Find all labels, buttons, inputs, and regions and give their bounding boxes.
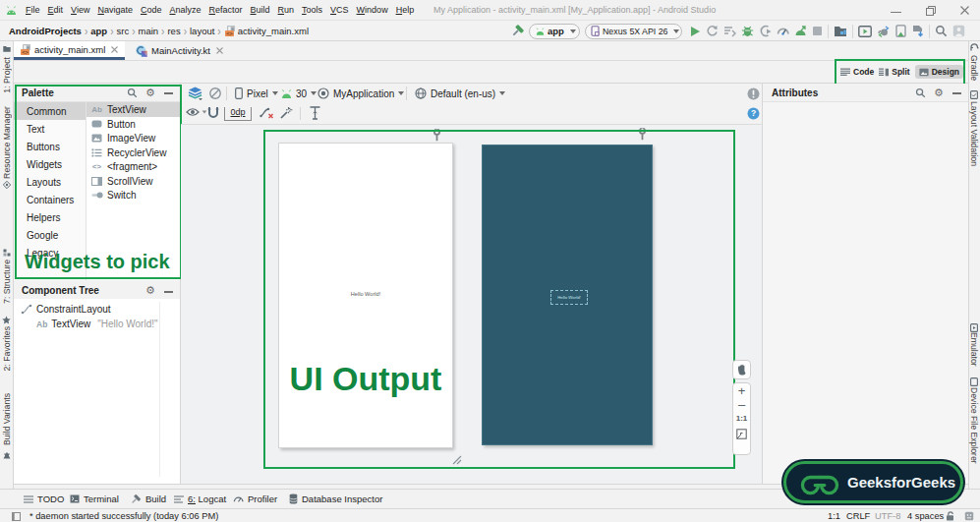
gradle-sync-icon[interactable] <box>877 26 891 37</box>
chevron-right-icon: › <box>181 24 190 37</box>
attributes-minimize-icon[interactable] <box>952 92 961 94</box>
breadcrumb-file[interactable]: activity_main.xml <box>238 26 309 36</box>
attach-debugger-icon[interactable] <box>759 25 772 37</box>
profiler-gauge-icon[interactable] <box>777 25 789 37</box>
attributes-settings-gear-icon[interactable]: ⚙ <box>934 87 944 99</box>
tree-node-constraintlayout[interactable]: ConstraintLayout <box>14 302 180 317</box>
menu-code[interactable]: Code <box>141 5 162 15</box>
attributes-search-icon[interactable] <box>915 87 926 98</box>
build-variants-tool-button[interactable]: Build Variants <box>0 393 13 501</box>
tree-node-label: ConstraintLayout <box>36 304 111 315</box>
device-file-explorer-icon <box>970 377 978 386</box>
line-separator-widget[interactable]: CRLF <box>846 511 870 521</box>
menu-window[interactable]: Window <box>357 5 388 15</box>
menu-run[interactable]: Run <box>278 5 295 15</box>
menu-refactor[interactable]: Refactor <box>209 5 243 15</box>
status-message[interactable]: * daemon started successfully (today 6:0… <box>29 511 218 521</box>
indent-widget[interactable]: 4 spaces <box>907 511 944 521</box>
zoom-fit-icon[interactable] <box>736 429 747 439</box>
menu-tools[interactable]: Tools <box>302 5 322 15</box>
window-restore-button[interactable] <box>926 6 936 16</box>
default-margin-button[interactable]: 0dp <box>224 107 252 121</box>
issues-indicator-icon[interactable] <box>747 87 760 100</box>
resize-handle-icon[interactable] <box>448 451 463 465</box>
run-button[interactable] <box>689 26 701 37</box>
build-hammer-icon[interactable] <box>510 24 525 38</box>
profile-app-icon[interactable] <box>794 25 807 37</box>
breadcrumb-app[interactable]: app <box>90 26 107 36</box>
profile-avatar-icon[interactable] <box>952 25 965 37</box>
zoom-out-button[interactable]: – <box>733 399 750 413</box>
tab-mainactivity-kt[interactable]: MainActivity.kt <box>129 41 230 60</box>
sdk-manager-icon[interactable] <box>911 25 924 37</box>
pack-align-icon[interactable] <box>309 106 321 120</box>
menu-edit[interactable]: Edit <box>48 5 64 15</box>
tool-window-terminal[interactable]: Terminal <box>70 490 119 508</box>
layout-validation-tool-button[interactable]: Layout Validation <box>968 90 980 218</box>
menu-build[interactable]: Build <box>251 5 270 15</box>
tool-window-logcat[interactable]: 6: Logcat <box>174 490 226 508</box>
caret-position-widget[interactable]: 1:1 <box>828 511 840 521</box>
tool-window-database-inspector[interactable]: Database Inspector <box>289 490 382 508</box>
search-everywhere-icon[interactable] <box>935 25 948 37</box>
tab-close-icon[interactable] <box>111 46 118 53</box>
component-tree-minimize-icon[interactable] <box>164 291 173 293</box>
window-close-button[interactable] <box>960 6 969 15</box>
tool-window-label: Database Inspector <box>302 493 382 504</box>
orientation-icon[interactable] <box>208 87 222 100</box>
zoom-actual-button[interactable]: 1:1 <box>733 413 750 427</box>
android-module-icon <box>536 28 545 35</box>
encoding-widget[interactable]: UTF-8 <box>875 511 900 521</box>
toolwindow-stripes-toggle-icon[interactable] <box>12 512 21 521</box>
device-select[interactable]: Nexus 5X API 26 <box>585 24 682 39</box>
device-manager-icon[interactable] <box>834 26 847 37</box>
autoconnect-magnet-icon[interactable] <box>207 106 219 119</box>
logcat-icon <box>174 495 184 503</box>
apply-code-changes-icon[interactable] <box>723 25 736 37</box>
menu-help[interactable]: Help <box>396 5 415 15</box>
readonly-lock-icon[interactable] <box>946 511 954 521</box>
device-for-preview-select[interactable]: Pixel <box>235 84 278 103</box>
api-version-select[interactable]: 30 <box>281 84 317 103</box>
gradle-tool-button[interactable]: Gradle <box>968 43 980 92</box>
window-minimize-button[interactable] <box>891 12 901 13</box>
gradle-daemon-icon[interactable] <box>964 511 974 521</box>
menu-analyze[interactable]: Analyze <box>169 5 201 15</box>
menu-view[interactable]: View <box>71 5 89 15</box>
select-design-surface-icon[interactable] <box>188 87 202 100</box>
breadcrumb-layout[interactable]: layout <box>190 26 214 36</box>
debug-button[interactable] <box>741 25 754 37</box>
theme-select[interactable]: MyApplication <box>317 84 404 103</box>
tab-close-icon[interactable] <box>216 47 223 54</box>
rerun-icon[interactable] <box>706 25 719 37</box>
tab-activity-main-xml[interactable]: <> activity_main.xml <box>14 41 125 60</box>
view-options-button[interactable] <box>186 107 207 117</box>
breadcrumb-project[interactable]: AndroidProjects <box>9 26 82 36</box>
help-icon[interactable]: ? <box>747 107 760 120</box>
run-configuration-select[interactable]: app <box>529 24 580 39</box>
tool-window-build[interactable]: Build <box>130 490 166 508</box>
menu-vcs[interactable]: VCS <box>330 5 349 15</box>
tree-node-textview[interactable]: Ab TextView "Hello World!" <box>14 317 180 331</box>
run-in-emulator-icon[interactable] <box>858 26 872 37</box>
tool-window-profiler[interactable]: Profiler <box>233 490 277 508</box>
tool-window-todo[interactable]: TODO <box>24 490 64 508</box>
mode-switcher-annotation-box <box>835 59 965 87</box>
navigation-toolbar: AndroidProjects › app › src › main › res… <box>0 21 980 41</box>
stop-button[interactable] <box>812 26 823 36</box>
infer-constraints-wand-icon[interactable] <box>279 106 293 120</box>
breadcrumb-src[interactable]: src <box>116 26 129 36</box>
breadcrumb-res[interactable]: res <box>167 26 180 36</box>
menu-navigate[interactable]: Navigate <box>97 5 133 15</box>
pan-tool-button[interactable] <box>732 360 751 379</box>
device-file-explorer-tool-button[interactable]: Device File Explorer <box>968 377 980 505</box>
title-bar: File Edit View Navigate Code Analyze Ref… <box>0 0 980 21</box>
layout-inspector-icon[interactable] <box>895 25 906 37</box>
breadcrumb-main[interactable]: main <box>139 26 159 36</box>
clear-constraints-icon[interactable] <box>259 106 274 120</box>
resource-manager-tool-button[interactable]: Resource Manager <box>0 106 13 234</box>
design-surface[interactable]: Hello World! UI Output Hello World! + – … <box>181 125 762 484</box>
component-tree-settings-gear-icon[interactable]: ⚙ <box>145 284 155 297</box>
locale-select[interactable]: Default (en-us) <box>415 84 505 103</box>
menu-file[interactable]: File <box>26 5 40 15</box>
